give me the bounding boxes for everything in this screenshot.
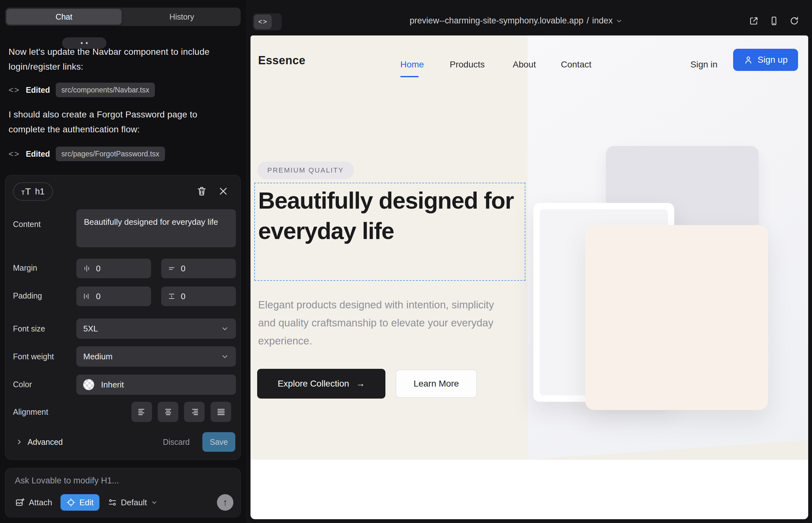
user-icon [744, 55, 753, 65]
arrow-right-icon: → [356, 379, 365, 389]
edited-label: Edited [26, 86, 50, 95]
color-swatch [83, 379, 94, 390]
refresh-icon[interactable] [789, 16, 799, 26]
preview-url: preview--charming-site-symphony.lovable.… [410, 16, 584, 26]
content-input[interactable]: Beautifully designed for everyday life [76, 209, 236, 247]
chat-message: I should also create a Forgot Password p… [8, 107, 234, 137]
explore-label: Explore Collection [278, 379, 349, 389]
content-label: Content [13, 220, 41, 229]
target-icon [66, 498, 76, 507]
nav-link-contact[interactable]: Contact [561, 59, 592, 70]
font-size-label: Font size [13, 324, 45, 333]
align-justify-button[interactable] [211, 402, 231, 422]
save-button[interactable]: Save [202, 432, 235, 452]
advanced-label: Advanced [28, 437, 63, 447]
element-editor-panel: тT h1 Content Beautifully designed for e… [5, 175, 241, 460]
chevron-right-icon [16, 438, 23, 446]
align-right-icon [190, 407, 199, 417]
editor-footer: Advanced Discard Save [16, 432, 235, 452]
sliders-icon [108, 498, 117, 507]
explore-collection-button[interactable]: Explore Collection → [257, 369, 385, 399]
hero-heading[interactable]: Beautifully designed for everyday life [258, 185, 524, 246]
nav-link-home[interactable]: Home [400, 59, 424, 70]
code-icon: <> [8, 85, 20, 95]
padding-y-input[interactable] [181, 292, 219, 301]
font-weight-label: Font weight [13, 352, 54, 361]
signup-label: Sign up [758, 55, 788, 65]
attach-image-icon [15, 497, 25, 507]
mode-label: Default [121, 498, 147, 507]
padding-y-field[interactable] [161, 287, 236, 306]
preview-page-name: index [592, 16, 613, 26]
app-window: Chat History Now let's update the Navbar… [0, 0, 812, 523]
alignment-label: Alignment [13, 408, 48, 417]
quality-badge: PREMIUM QUALITY [257, 161, 354, 179]
align-center-button[interactable] [158, 402, 178, 422]
edited-file-chip[interactable]: src/pages/ForgotPassword.tsx [56, 147, 165, 161]
margin-label: Margin [13, 264, 37, 273]
chevron-down-icon [221, 325, 229, 333]
edited-label: Edited [26, 149, 50, 159]
prompt-input[interactable] [15, 476, 230, 486]
delete-element-button[interactable] [196, 185, 208, 197]
send-button[interactable]: ↑ [217, 494, 233, 511]
discard-button[interactable]: Discard [163, 437, 190, 447]
color-label: Color [13, 380, 32, 389]
url-separator: / [586, 16, 589, 26]
tab-chat[interactable]: Chat [6, 9, 122, 25]
attach-button[interactable]: Attach [15, 497, 52, 507]
chevron-down-icon [221, 353, 229, 361]
edited-file-row: <> Edited src/components/Navbar.tsx [8, 82, 155, 97]
tab-history[interactable]: History [124, 9, 240, 25]
edit-mode-button[interactable]: Edit [60, 494, 100, 511]
chat-message: Now let's update the Navbar component to… [8, 44, 234, 74]
padding-x-field[interactable] [76, 287, 151, 306]
align-center-icon [163, 407, 173, 417]
code-icon: <> [8, 149, 20, 159]
code-view-button[interactable]: <> [254, 15, 272, 29]
edit-label: Edit [80, 498, 94, 507]
nav-active-underline [400, 76, 419, 77]
signup-button[interactable]: Sign up [733, 49, 798, 71]
close-icon [218, 186, 228, 196]
mobile-view-icon[interactable] [769, 16, 779, 26]
padding-label: Padding [13, 291, 42, 301]
code-icon: <> [258, 18, 268, 26]
chevron-down-icon [616, 17, 623, 24]
advanced-toggle[interactable]: Advanced [16, 437, 63, 447]
margin-y-input[interactable] [181, 264, 219, 273]
nav-link-about[interactable]: About [513, 59, 536, 70]
site-logo[interactable]: Essence [258, 54, 306, 67]
learn-more-button[interactable]: Learn More [395, 369, 477, 398]
element-tag: h1 [35, 187, 45, 197]
mode-select[interactable]: Default [108, 498, 158, 507]
font-weight-value: Medium [83, 352, 112, 362]
element-tag-pill[interactable]: тT h1 [13, 182, 53, 201]
code-preview-toggle[interactable]: <> [253, 13, 282, 30]
align-left-button[interactable] [131, 402, 152, 422]
color-value: Inherit [101, 380, 124, 390]
align-left-icon [137, 407, 147, 417]
padding-x-input[interactable] [96, 292, 134, 301]
arrow-up-icon: ↑ [223, 497, 228, 508]
margin-x-field[interactable] [76, 259, 151, 278]
padding-horizontal-icon [83, 292, 91, 301]
edited-file-chip[interactable]: src/components/Navbar.tsx [56, 83, 155, 97]
prompt-box: Attach Edit Default ↑ [5, 468, 241, 517]
padding-vertical-icon [167, 292, 176, 301]
open-external-icon[interactable] [749, 16, 759, 26]
close-panel-button[interactable] [218, 186, 230, 198]
font-size-select[interactable]: 5XL [76, 319, 236, 339]
align-justify-icon [216, 407, 226, 417]
color-select[interactable]: Inherit [76, 375, 236, 395]
margin-y-field[interactable] [161, 259, 236, 278]
edited-file-row: <> Edited src/pages/ForgotPassword.tsx [8, 146, 165, 161]
font-weight-select[interactable]: Medium [76, 346, 236, 366]
margin-x-input[interactable] [96, 264, 134, 273]
site-page: Essence Home Products About Contact Sign… [250, 35, 808, 519]
signin-link[interactable]: Sign in [690, 59, 718, 70]
nav-link-products[interactable]: Products [450, 59, 485, 70]
url-bar[interactable]: preview--charming-site-symphony.lovable.… [285, 16, 747, 26]
text-type-icon: тT [21, 186, 31, 197]
align-right-button[interactable] [184, 402, 205, 422]
